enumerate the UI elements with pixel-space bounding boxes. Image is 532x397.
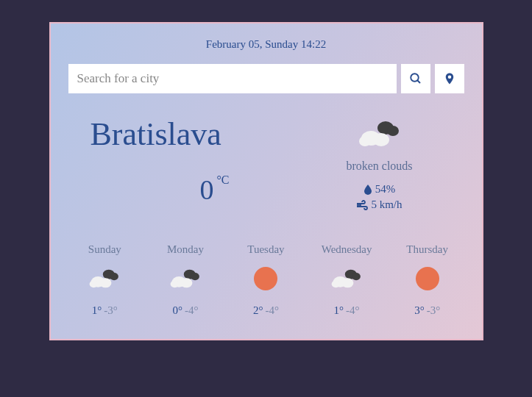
sun-icon [230, 265, 303, 293]
svg-point-6 [359, 136, 371, 146]
forecast-day: Wednesday 1°-4° [310, 243, 383, 317]
droplet-icon [363, 185, 372, 195]
location-button[interactable] [435, 64, 464, 93]
svg-point-3 [387, 126, 399, 136]
temp-low: -3° [104, 304, 118, 316]
clouds-icon [68, 265, 142, 293]
day-name: Wednesday [310, 243, 383, 256]
forecast-day: Thursday 3°-3° [391, 243, 464, 317]
svg-point-11 [90, 280, 99, 287]
svg-point-13 [191, 273, 199, 280]
svg-point-15 [180, 278, 192, 287]
temp-high: 3° [414, 304, 425, 316]
day-name: Sunday [68, 243, 142, 256]
humidity-row: 54% [317, 183, 442, 196]
svg-point-10 [100, 278, 112, 287]
date-time: February 05, Sunday 14:22 [68, 38, 464, 51]
temp-high: 1° [334, 304, 344, 316]
search-icon [409, 72, 422, 85]
svg-line-1 [417, 80, 420, 83]
clouds-icon [310, 265, 383, 293]
svg-point-8 [110, 273, 119, 280]
condition-icon [317, 115, 442, 152]
wind-row: 5 km/h [317, 198, 442, 211]
svg-point-21 [332, 280, 341, 287]
svg-point-20 [342, 278, 354, 287]
forecast-day: Sunday 1°-3° [68, 243, 142, 317]
wind-icon [356, 200, 368, 210]
day-name: Monday [149, 243, 222, 256]
svg-point-18 [352, 273, 361, 280]
condition-text: broken clouds [317, 160, 442, 173]
svg-point-5 [373, 133, 389, 146]
forecast-day: Tuesday 2°-4° [230, 243, 303, 317]
current-weather: Bratislava 0°C broken clouds 54% [68, 115, 464, 214]
wind-value: 5 km/h [371, 198, 402, 211]
temp-low: -4° [265, 304, 279, 316]
current-temp: 0 [199, 174, 213, 205]
day-name: Tuesday [230, 243, 303, 256]
weather-widget: February 05, Sunday 14:22 Bratislava 0°C [49, 22, 483, 340]
temp-high: 1° [92, 304, 102, 316]
humidity-value: 54% [375, 183, 396, 196]
clouds-icon [358, 118, 402, 150]
sun-icon [391, 265, 464, 293]
search-input[interactable] [68, 64, 397, 93]
search-bar [68, 64, 464, 93]
location-pin-icon [443, 72, 456, 85]
forecast-row: Sunday 1°-3° Monday 0°-4° Tuesday 2°-4° … [68, 243, 464, 317]
temp-high: 2° [253, 304, 263, 316]
temp-low: -3° [427, 304, 441, 316]
day-name: Thursday [391, 243, 464, 256]
clouds-icon [149, 265, 222, 293]
temp-unit: °C [216, 174, 229, 186]
city-name: Bratislava [91, 115, 317, 153]
svg-point-0 [411, 74, 419, 82]
temp-low: -4° [346, 304, 360, 316]
temp-high: 0° [172, 304, 182, 316]
forecast-day: Monday 0°-4° [149, 243, 222, 317]
search-button[interactable] [401, 64, 430, 93]
temp-low: -4° [185, 304, 199, 316]
svg-point-16 [171, 280, 180, 287]
